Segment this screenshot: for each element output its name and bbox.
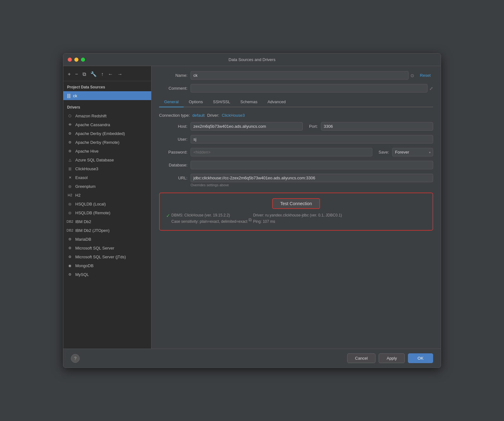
driver-item[interactable]: ⬡Amazon Redshift — [63, 111, 151, 120]
dialog-window: Data Sources and Drivers + − ⧉ 🔧 ↑ ← → P… — [63, 53, 441, 368]
driver-label: Microsoft SQL Server (jTds) — [75, 255, 126, 259]
driver-label: Driver: — [207, 113, 219, 118]
driver-item[interactable]: ◉MongoDB — [63, 261, 151, 270]
user-row: User: — [159, 135, 433, 143]
driver-icon: ||| — [67, 166, 73, 171]
driver-label: H2 — [75, 193, 81, 198]
url-hint: Overrides settings above — [191, 183, 433, 187]
tab-advanced[interactable]: Advanced — [262, 97, 291, 107]
driver-item[interactable]: H2H2 — [63, 191, 151, 199]
port-label: Port: — [309, 124, 318, 129]
driver-icon: ⚙ — [67, 254, 73, 260]
dialog-title: Data Sources and Drivers — [229, 57, 276, 62]
name-input[interactable] — [191, 71, 409, 80]
driver-item[interactable]: ⚙Apache Derby (Remote) — [63, 138, 151, 147]
test-connection-box: Test Connection ✓ DBMS: ClickHouse (ver.… — [159, 193, 433, 231]
tab-options[interactable]: Options — [184, 97, 208, 107]
datasource-icon: ||| — [67, 93, 71, 98]
maximize-button[interactable] — [81, 58, 85, 62]
driver-label: IBM Db2 — [75, 219, 91, 224]
url-label: URL: — [159, 176, 187, 180]
driver-item[interactable]: ✕Exasol — [63, 173, 151, 182]
url-section: URL: Overrides settings above — [159, 174, 433, 187]
test-result-line1: DBMS: ClickHouse (ver. 19.15.2.2) — [171, 212, 247, 218]
cancel-button[interactable]: Cancel — [347, 353, 375, 363]
driver-label: Apache Hive — [75, 149, 99, 154]
driver-icon: ⬡ — [67, 113, 73, 119]
user-label: User: — [159, 137, 187, 142]
comment-input-wrap: ⤢ — [191, 84, 433, 93]
user-input[interactable] — [191, 135, 433, 143]
left-panel: + − ⧉ 🔧 ↑ ← → Project Data Sources ||| c… — [63, 66, 152, 349]
test-result-row: ✓ DBMS: ClickHouse (ver. 19.15.2.2) Case… — [166, 212, 426, 225]
name-label: Name: — [159, 73, 187, 78]
database-input[interactable] — [191, 161, 433, 169]
driver-label: Apache Cassandra — [75, 122, 110, 127]
driver-label: MariaDB — [75, 237, 91, 242]
driver-value[interactable]: ClickHouse3 — [222, 113, 245, 118]
driver-label: Amazon Redshift — [75, 114, 106, 118]
tab-general[interactable]: General — [159, 97, 184, 107]
drivers-section: Drivers ⬡Amazon Redshift👁Apache Cassandr… — [63, 104, 151, 279]
selected-datasource[interactable]: ||| ck — [63, 91, 151, 100]
help-button[interactable]: ? — [71, 354, 80, 363]
add-button[interactable]: + — [66, 71, 72, 78]
copy-button[interactable]: ⧉ — [81, 71, 87, 78]
conn-type-label: Connection type: — [159, 113, 190, 118]
tab-ssh-ssl[interactable]: SSH/SSL — [208, 97, 235, 107]
host-input[interactable] — [191, 122, 303, 131]
url-row: URL: — [159, 174, 433, 182]
comment-input[interactable] — [191, 84, 427, 93]
driver-item[interactable]: ◎Greenplum — [63, 182, 151, 191]
driver-item[interactable]: △Azure SQL Database — [63, 155, 151, 164]
tabs-row: General Options SSH/SSL Schemas Advanced — [159, 97, 433, 107]
password-input[interactable] — [191, 148, 372, 156]
close-button[interactable] — [68, 58, 72, 62]
driver-item[interactable]: ⚙Apache Derby (Embedded) — [63, 129, 151, 138]
driver-item[interactable]: ⚙MySQL — [63, 270, 151, 279]
driver-label: Apache Derby (Remote) — [75, 140, 119, 145]
drivers-header: Drivers — [63, 104, 151, 111]
test-result-line2: Case sensitivity: plain=exact, delimited… — [171, 218, 247, 225]
move-up-button[interactable]: ↑ — [100, 71, 105, 78]
left-toolbar: + − ⧉ 🔧 ↑ ← → — [63, 69, 151, 81]
driver-item[interactable]: |||ClickHouse3 — [63, 164, 151, 173]
driver-label: MongoDB — [75, 263, 94, 268]
database-row: Database: — [159, 161, 433, 169]
driver-item[interactable]: ⚙Microsoft SQL Server — [63, 244, 151, 252]
driver-label: IBM Db2 (JTOpen) — [75, 228, 110, 233]
remove-button[interactable]: − — [74, 71, 79, 78]
back-button[interactable]: ← — [107, 71, 114, 78]
url-input[interactable] — [191, 174, 433, 182]
driver-item[interactable]: ⚙Apache Hive — [63, 147, 151, 155]
driver-item[interactable]: 👁Apache Cassandra — [63, 120, 151, 129]
settings-button[interactable]: 🔧 — [89, 70, 98, 78]
driver-label: HSQLDB (Remote) — [75, 210, 110, 215]
minimize-button[interactable] — [74, 58, 78, 62]
dialog-body: + − ⧉ 🔧 ↑ ← → Project Data Sources ||| c… — [63, 66, 441, 349]
datasource-label: ck — [73, 93, 77, 98]
save-select[interactable]: Forever Until restart Never — [392, 148, 433, 156]
driver-item[interactable]: DB2IBM Db2 — [63, 217, 151, 226]
port-input[interactable] — [321, 122, 433, 131]
ok-button[interactable]: OK — [408, 353, 433, 363]
forward-button[interactable]: → — [116, 71, 124, 78]
driver-item[interactable]: ⚙MariaDB — [63, 235, 151, 244]
test-connection-button[interactable]: Test Connection — [272, 198, 320, 209]
conn-type-value[interactable]: default — [192, 113, 205, 118]
driver-item[interactable]: DB2IBM Db2 (JTOpen) — [63, 226, 151, 235]
driver-label: Exasol — [75, 175, 88, 180]
right-panel: Name: ⊙ Reset Comment: ⤢ General Options — [152, 66, 441, 349]
copy-icon[interactable]: ⧉ — [249, 217, 252, 222]
driver-icon: ⚙ — [67, 236, 73, 242]
comment-label: Comment: — [159, 86, 187, 91]
database-label: Database: — [159, 163, 187, 167]
driver-item[interactable]: ⚙Microsoft SQL Server (jTds) — [63, 252, 151, 261]
driver-item[interactable]: ◎HSQLDB (Local) — [63, 199, 151, 208]
driver-item[interactable]: ◎HSQLDB (Remote) — [63, 208, 151, 217]
driver-icon: ⚙ — [67, 272, 73, 277]
test-btn-row: Test Connection — [166, 198, 426, 209]
reset-button[interactable]: Reset — [417, 72, 433, 79]
tab-schemas[interactable]: Schemas — [235, 97, 262, 107]
apply-button[interactable]: Apply — [379, 353, 405, 363]
